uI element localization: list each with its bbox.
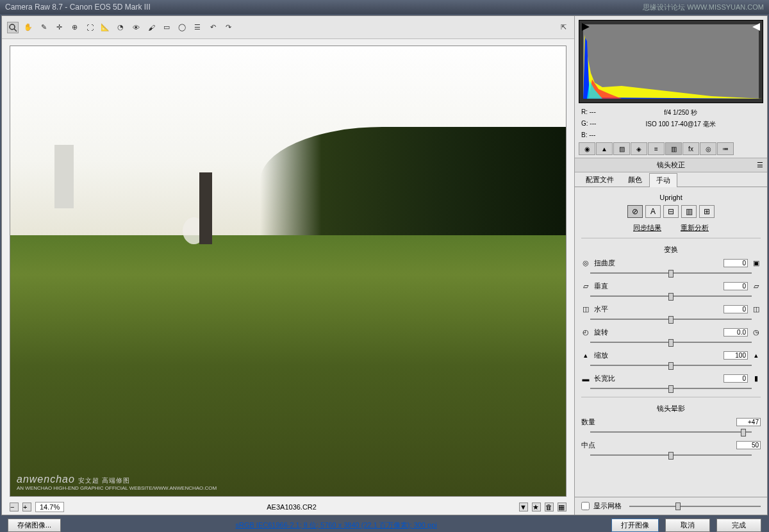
filter-icon[interactable]: ▼: [519, 503, 528, 511]
camera-tab-icon[interactable]: ◎: [700, 142, 716, 155]
slider-thumb[interactable]: [668, 270, 674, 278]
cancel-button[interactable]: 取消: [665, 519, 710, 532]
trash-icon[interactable]: 🗑: [545, 503, 554, 511]
upright-vertical-button[interactable]: ▥: [681, 205, 697, 218]
slider-value-input[interactable]: +47: [736, 418, 761, 426]
prefs-icon[interactable]: ☰: [192, 22, 203, 33]
slider-icon-right: ▮: [752, 374, 761, 383]
reanalyze-link[interactable]: 重新分析: [681, 223, 709, 233]
panel-title: 镜头校正 ☰: [575, 158, 767, 172]
slider-value-input[interactable]: 50: [736, 441, 761, 449]
slider-track[interactable]: [590, 338, 752, 347]
panel-menu-icon[interactable]: ☰: [757, 161, 763, 169]
slider-label: 扭曲度: [594, 258, 618, 268]
preview-toggle-icon[interactable]: ⇱: [558, 22, 569, 33]
straighten-icon[interactable]: 📐: [99, 22, 111, 33]
crop-tool-icon[interactable]: ⛶: [84, 22, 95, 33]
slider-value-input[interactable]: 0: [724, 282, 748, 290]
slider-track[interactable]: [590, 292, 752, 301]
tab-manual[interactable]: 手动: [649, 173, 677, 187]
zoom-tool-icon[interactable]: [7, 22, 19, 33]
show-grid-label: 显示网格: [593, 501, 622, 511]
slider-thumb[interactable]: [668, 452, 674, 460]
vignette-header: 镜头晕影: [581, 401, 761, 417]
app-frame: ✋ ✎ ✛ ⊕ ⛶ 📐 ◔ 👁 🖌 ▭ ◯ ☰ ↶ ↷ ⇱: [1, 15, 768, 515]
grid-size-slider[interactable]: [629, 506, 761, 507]
fx-tab-icon[interactable]: fx: [682, 142, 699, 155]
slider-thumb[interactable]: [668, 362, 674, 370]
upright-off-button[interactable]: ⊘: [627, 205, 643, 218]
slider-thumb[interactable]: [668, 293, 674, 301]
slider-value-input[interactable]: 0: [724, 305, 748, 313]
spot-removal-icon[interactable]: ◔: [115, 22, 126, 33]
zoom-in-button[interactable]: +: [22, 503, 31, 511]
slider-icon-right: ▣: [752, 259, 761, 267]
slider-value-input[interactable]: 0.0: [724, 328, 748, 337]
window-title: Camera Raw 8.7 - Canon EOS 5D Mark III: [5, 3, 151, 12]
slider-icon-left: ◴: [581, 328, 590, 337]
slider-track[interactable]: [590, 451, 752, 460]
presets-tab-icon[interactable]: ≔: [717, 142, 734, 155]
slider-track[interactable]: [590, 315, 752, 324]
lens-tab-icon[interactable]: ▥: [665, 142, 682, 155]
slider-icon-left: ◎: [581, 259, 590, 267]
eyedropper-icon[interactable]: ✎: [38, 22, 49, 33]
hsl-tab-icon[interactable]: ◈: [631, 142, 647, 155]
rotate-right-icon[interactable]: ↷: [222, 22, 234, 33]
radial-filter-icon[interactable]: ◯: [176, 22, 188, 33]
graduated-filter-icon[interactable]: ▭: [161, 22, 172, 33]
zoom-out-button[interactable]: −: [10, 503, 19, 511]
targeted-adjust-icon[interactable]: ⊕: [69, 22, 80, 33]
curve-tab-icon[interactable]: ▲: [596, 142, 613, 155]
tab-profile[interactable]: 配置文件: [579, 172, 621, 187]
transform-header: 变换: [581, 242, 761, 258]
slider-thumb[interactable]: [741, 429, 746, 436]
upright-auto-button[interactable]: A: [645, 205, 661, 218]
rgb-info: R: --- f/4 1/250 秒: [575, 107, 767, 119]
done-button[interactable]: 完成: [716, 519, 761, 532]
basic-tab-icon[interactable]: ◉: [579, 142, 595, 155]
split-tab-icon[interactable]: ≡: [648, 142, 665, 155]
rating-icon[interactable]: ★: [532, 503, 541, 511]
status-bar: − + 14.7% AE3A1036.CR2 ▼ ★ 🗑 ▦: [2, 499, 574, 515]
filmstrip-toggle-icon[interactable]: ▦: [558, 503, 566, 511]
image-preview[interactable]: anwenchao 安文超 高端修图 AN WENCHAO HIGH-END G…: [10, 46, 566, 497]
slider-icon-left: ▬: [581, 375, 590, 383]
slider-value-input[interactable]: 100: [724, 351, 748, 360]
tab-color[interactable]: 颜色: [621, 172, 649, 187]
hand-tool-icon[interactable]: ✋: [22, 22, 34, 33]
slider-track[interactable]: [590, 269, 752, 278]
rotate-left-icon[interactable]: ↶: [207, 22, 219, 33]
upright-full-button[interactable]: ⊞: [699, 205, 715, 218]
panel-body: Upright ⊘ A ⊟ ▥ ⊞ 同步结果 重新分析 变换 ◎扭曲度0▣▱垂直…: [575, 187, 767, 497]
color-sampler-icon[interactable]: ✛: [53, 22, 65, 33]
slider-thumb[interactable]: [668, 385, 674, 393]
slider-icon-left: ▱: [581, 282, 590, 290]
zoom-level[interactable]: 14.7%: [35, 502, 64, 512]
workflow-options-link[interactable]: sRGB IEC61966-2.1; 8 位; 5760 x 3840 (22.…: [67, 520, 605, 530]
slider-value-input[interactable]: 0: [724, 374, 748, 383]
upright-level-button[interactable]: ⊟: [663, 205, 679, 218]
slider-value-input[interactable]: 0: [724, 259, 748, 267]
open-image-button[interactable]: 打开图像: [611, 519, 659, 532]
show-grid-row: 显示网格: [575, 497, 767, 515]
slider-label: 长宽比: [594, 374, 618, 383]
save-image-button[interactable]: 存储图像...: [8, 519, 61, 532]
detail-tab-icon[interactable]: ▨: [613, 142, 630, 155]
slider-icon-right: ◷: [752, 328, 761, 337]
lens-subtabs: 配置文件 颜色 手动: [575, 172, 767, 187]
slider-track[interactable]: [590, 384, 752, 393]
slider-track[interactable]: [590, 428, 752, 436]
redeye-icon[interactable]: 👁: [130, 22, 142, 33]
slider-icon-right: ▱: [752, 282, 761, 290]
histogram[interactable]: [579, 20, 763, 103]
slider-thumb[interactable]: [668, 339, 674, 347]
preview-canvas: anwenchao 安文超 高端修图 AN WENCHAO HIGH-END G…: [10, 46, 566, 496]
image-watermark: anwenchao 安文超 高端修图 AN WENCHAO HIGH-END G…: [17, 474, 217, 491]
slider-thumb[interactable]: [668, 316, 674, 324]
svg-point-0: [10, 24, 15, 29]
sync-results-link[interactable]: 同步结果: [633, 223, 661, 233]
show-grid-checkbox[interactable]: [581, 502, 590, 510]
slider-track[interactable]: [590, 361, 752, 370]
adjustment-brush-icon[interactable]: 🖌: [145, 22, 157, 33]
